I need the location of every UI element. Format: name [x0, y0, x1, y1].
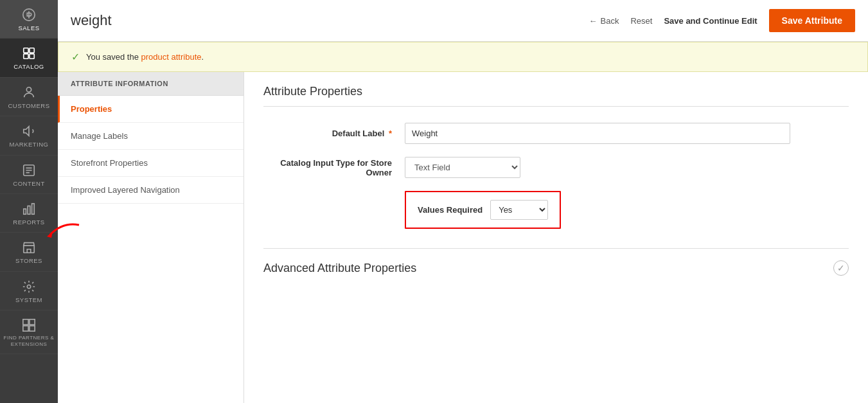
default-label-label: Default Label *: [263, 129, 405, 138]
success-banner: ✓ You saved the product attribute.: [58, 42, 868, 72]
svg-point-11: [27, 285, 31, 289]
collapse-icon[interactable]: ✓: [833, 260, 849, 276]
nav-item-improved-layered[interactable]: Improved Layered Navigation: [58, 177, 244, 204]
catalog-input-label: Catalog Input Type for Store Owner: [263, 158, 405, 177]
person-icon: [22, 85, 36, 100]
back-button[interactable]: ← Back: [589, 16, 619, 26]
success-message: You saved the product attribute.: [86, 52, 204, 62]
catalog-input-row: Catalog Input Type for Store Owner Text …: [263, 157, 849, 178]
catalog-input-select[interactable]: Text Field: [405, 157, 520, 178]
sidebar-label-find-partners: FIND PARTNERS & EXTENSIONS: [3, 335, 55, 347]
svg-rect-8: [28, 206, 30, 214]
sidebar-item-content[interactable]: CONTENT: [0, 156, 58, 194]
advanced-title: Advanced Attribute Properties: [263, 262, 833, 275]
values-required-label: Values Required: [418, 205, 483, 215]
sidebar-label-reports: REPORTS: [13, 219, 44, 226]
svg-rect-13: [30, 319, 35, 325]
megaphone-icon: [22, 124, 36, 138]
save-continue-button[interactable]: Save and Continue Edit: [664, 16, 757, 26]
header-actions: ← Back Reset Save and Continue Edit Save…: [589, 9, 855, 32]
page-title: weight: [71, 12, 589, 29]
sidebar-item-find-partners[interactable]: FIND PARTNERS & EXTENSIONS: [0, 310, 58, 354]
nav-item-storefront-properties[interactable]: Storefront Properties: [58, 150, 244, 177]
sidebar-label-system: SYSTEM: [15, 296, 42, 303]
svg-rect-1: [24, 48, 28, 53]
sidebar-label-sales: SALES: [18, 24, 39, 31]
svg-rect-3: [24, 54, 28, 58]
attribute-properties-title: Attribute Properties: [263, 85, 849, 98]
content-area: Attribute Information Properties Manage …: [58, 72, 868, 403]
gear-icon: [22, 280, 36, 294]
sidebar-item-system[interactable]: SYSTEM: [0, 272, 58, 310]
default-label-row: Default Label *: [263, 123, 849, 144]
sidebar-label-customers: CUSTOMERS: [8, 102, 49, 109]
save-attribute-button[interactable]: Save Attribute: [769, 9, 855, 32]
svg-rect-14: [23, 326, 28, 331]
sidebar-label-catalog: CATALOG: [13, 63, 44, 70]
svg-rect-4: [30, 54, 34, 58]
sidebar-label-stores: STORES: [15, 257, 42, 264]
sidebar-item-catalog[interactable]: CATALOG: [0, 39, 58, 77]
sidebar-item-reports[interactable]: REPORTS: [0, 194, 58, 233]
sidebar-item-marketing[interactable]: MARKETING: [0, 116, 58, 155]
nav-item-manage-labels[interactable]: Manage Labels: [58, 123, 244, 150]
back-arrow-icon: ←: [589, 16, 598, 26]
box-icon: [22, 46, 36, 60]
sidebar-item-stores[interactable]: STORES: [0, 233, 58, 271]
section-divider-top: [263, 106, 849, 107]
sidebar-label-content: CONTENT: [13, 180, 44, 187]
required-asterisk: *: [389, 129, 392, 138]
main-area: weight ← Back Reset Save and Continue Ed…: [58, 0, 868, 403]
left-panel: Attribute Information Properties Manage …: [58, 72, 244, 403]
sidebar-item-sales[interactable]: SALES: [0, 0, 58, 39]
sidebar: SALES CATALOG CUSTOMERS MARKETING CONTEN…: [0, 0, 58, 403]
store-icon: [22, 240, 36, 255]
page-header: weight ← Back Reset Save and Continue Ed…: [58, 0, 868, 42]
svg-rect-15: [30, 326, 35, 331]
svg-point-5: [26, 87, 31, 92]
svg-rect-9: [32, 204, 35, 215]
svg-rect-7: [24, 209, 26, 214]
sidebar-item-customers[interactable]: CUSTOMERS: [0, 78, 58, 116]
blocks-icon: [22, 318, 36, 332]
values-required-box: Values Required Yes No: [405, 191, 561, 229]
dollar-icon: [22, 8, 36, 22]
left-panel-header: Attribute Information: [58, 72, 244, 96]
default-label-input[interactable]: [405, 123, 790, 144]
advanced-section[interactable]: Advanced Attribute Properties ✓: [263, 248, 849, 276]
content-icon: [22, 163, 36, 177]
nav-item-properties[interactable]: Properties: [58, 96, 244, 123]
reset-button[interactable]: Reset: [630, 16, 652, 26]
values-required-select[interactable]: Yes No: [490, 200, 548, 220]
product-attribute-link[interactable]: product attribute: [141, 52, 202, 62]
bar-chart-icon: [22, 202, 36, 216]
svg-rect-12: [23, 319, 28, 325]
svg-rect-2: [30, 48, 34, 53]
sidebar-label-marketing: MARKETING: [10, 141, 49, 148]
checkmark-icon: ✓: [71, 51, 80, 63]
values-required-row: Values Required Yes No: [263, 191, 849, 229]
right-panel: Attribute Properties Default Label * Cat…: [244, 72, 868, 403]
